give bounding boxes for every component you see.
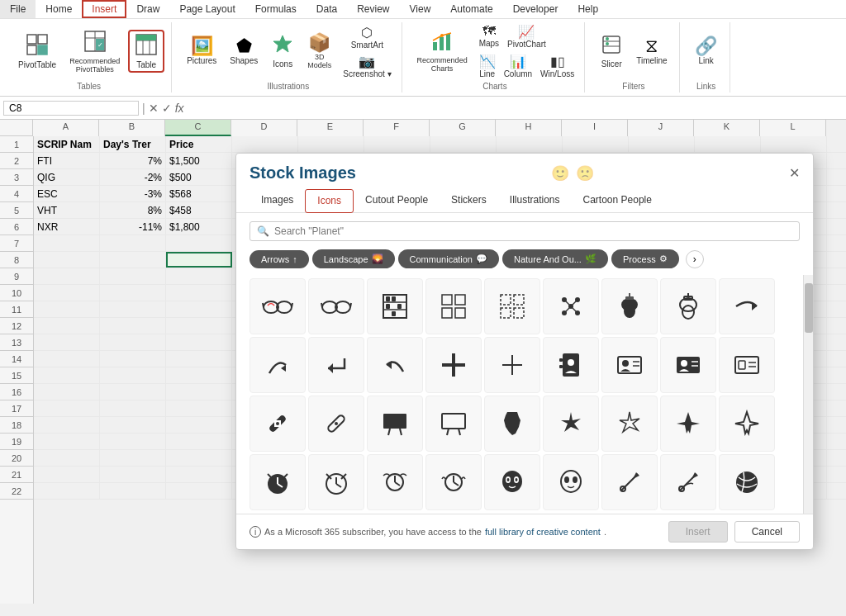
cell-B6[interactable]: -11% [100, 219, 166, 235]
tab-review[interactable]: Review [347, 0, 399, 18]
cell-E11[interactable] [298, 301, 364, 317]
cell-D9[interactable] [232, 268, 298, 284]
cell-F9[interactable] [364, 268, 430, 284]
cell-G14[interactable] [430, 351, 497, 367]
cell-D16[interactable] [232, 384, 298, 400]
row-header-21[interactable]: 21 [0, 467, 33, 483]
cancel-formula-icon[interactable]: ✕ [149, 102, 159, 115]
row-header-10[interactable]: 10 [0, 285, 33, 301]
cell-B20[interactable] [100, 450, 166, 466]
cell-L3[interactable] [761, 169, 827, 185]
cell-L11[interactable] [761, 301, 827, 317]
cell-A13[interactable] [34, 334, 100, 350]
cell-C5[interactable]: $458 [166, 202, 232, 218]
cell-K22[interactable] [695, 483, 761, 499]
cell-K2[interactable] [695, 153, 761, 168]
cell-B18[interactable] [100, 417, 166, 433]
cell-K5[interactable] [695, 202, 761, 218]
cell-A15[interactable] [34, 367, 100, 383]
cell-G11[interactable] [430, 301, 497, 317]
cell-A4[interactable]: ESC [34, 186, 100, 201]
cell-G4[interactable] [430, 186, 497, 201]
cell-K10[interactable] [695, 285, 761, 301]
cell-F22[interactable] [364, 483, 430, 499]
maps-button[interactable]: 🗺 Maps [476, 22, 502, 50]
cell-F16[interactable] [364, 384, 430, 400]
cell-A10[interactable] [34, 285, 100, 301]
row-header-11[interactable]: 11 [0, 301, 33, 318]
cell-D15[interactable] [232, 367, 298, 383]
cell-G12[interactable] [430, 318, 497, 334]
cell-D21[interactable] [232, 467, 298, 482]
smartart-button[interactable]: ⬡ SmartArt [340, 23, 394, 51]
fx-icon[interactable]: fx [175, 102, 184, 115]
cell-C19[interactable] [166, 434, 232, 449]
cell-I22[interactable] [563, 483, 629, 499]
cell-D12[interactable] [232, 318, 298, 334]
cell-G1[interactable] [430, 136, 497, 152]
cell-A5[interactable]: VHT [34, 202, 100, 218]
cell-L22[interactable] [761, 483, 827, 499]
cell-B13[interactable] [100, 334, 166, 350]
cell-H20[interactable] [497, 450, 563, 466]
cell-E2[interactable] [298, 153, 364, 168]
cell-E14[interactable] [298, 351, 364, 367]
row-header-3[interactable]: 3 [0, 169, 33, 186]
cell-H2[interactable] [497, 153, 563, 168]
cell-L9[interactable] [761, 268, 827, 284]
cell-K7[interactable] [695, 235, 761, 251]
cell-I2[interactable] [563, 153, 629, 168]
cell-L20[interactable] [761, 450, 827, 466]
cell-G15[interactable] [430, 367, 497, 383]
recommended-charts-button[interactable]: RecommendedCharts [412, 29, 473, 74]
table-button[interactable]: Table [128, 30, 164, 73]
cell-C22[interactable] [166, 483, 232, 499]
slicer-button[interactable]: Slicer [595, 32, 628, 70]
cell-H22[interactable] [497, 483, 563, 499]
cell-A17[interactable] [34, 400, 100, 416]
cell-J11[interactable] [629, 301, 695, 317]
cell-I20[interactable] [563, 450, 629, 466]
cell-A11[interactable] [34, 301, 100, 317]
cell-H3[interactable] [497, 169, 563, 185]
cell-C20[interactable] [166, 450, 232, 466]
col-header-L[interactable]: L [760, 120, 826, 136]
cell-D22[interactable] [232, 483, 298, 499]
cell-E4[interactable] [298, 186, 364, 201]
cell-F14[interactable] [364, 351, 430, 367]
cell-G10[interactable] [430, 285, 497, 301]
cell-J1[interactable] [629, 136, 695, 152]
row-header-14[interactable]: 14 [0, 351, 33, 367]
cell-E21[interactable] [298, 467, 364, 482]
cell-B16[interactable] [100, 384, 166, 400]
cell-J14[interactable] [629, 351, 695, 367]
tab-developer[interactable]: Developer [503, 0, 568, 18]
cell-I12[interactable] [563, 318, 629, 334]
cell-B17[interactable] [100, 400, 166, 416]
cell-C4[interactable]: $568 [166, 186, 232, 201]
cell-L4[interactable] [761, 186, 827, 201]
cell-H15[interactable] [497, 367, 563, 383]
cell-C14[interactable] [166, 351, 232, 367]
cell-D19[interactable] [232, 434, 298, 449]
cell-A21[interactable] [34, 467, 100, 482]
cell-J5[interactable] [629, 202, 695, 218]
cell-F7[interactable] [364, 235, 430, 251]
cell-L16[interactable] [761, 384, 827, 400]
cell-L7[interactable] [761, 235, 827, 251]
cell-K13[interactable] [695, 334, 761, 350]
cell-G3[interactable] [430, 169, 497, 185]
cell-A20[interactable] [34, 450, 100, 466]
cell-E20[interactable] [298, 450, 364, 466]
row-header-7[interactable]: 7 [0, 235, 33, 252]
row-header-17[interactable]: 17 [0, 400, 33, 417]
cell-G7[interactable] [430, 235, 497, 251]
cell-B12[interactable] [100, 318, 166, 334]
row-header-4[interactable]: 4 [0, 186, 33, 202]
tab-page-layout[interactable]: Page Layout [169, 0, 245, 18]
cell-D13[interactable] [232, 334, 298, 350]
cell-D18[interactable] [232, 417, 298, 433]
cell-E10[interactable] [298, 285, 364, 301]
cell-H9[interactable] [497, 268, 563, 284]
cell-E5[interactable] [298, 202, 364, 218]
